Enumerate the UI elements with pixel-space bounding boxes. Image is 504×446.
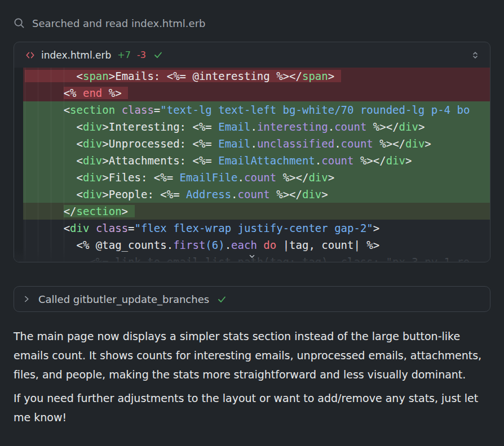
code-line: <div>Interesting: <%= Email.interesting.… [23, 118, 490, 135]
answer-paragraph: The main page now displays a simpler sta… [14, 327, 490, 384]
diff-gutter [14, 68, 23, 262]
tool-call-row[interactable]: Called gitbutler_update_branches [14, 286, 490, 312]
tool-call-label: Called gitbutler_update_branches [38, 293, 209, 305]
code-line: <div class="flex flex-wrap justify-cente… [23, 220, 490, 237]
chat-transcript: Searched and read index.html.erb index.h… [0, 0, 504, 427]
chevron-down-icon[interactable] [247, 253, 257, 261]
code-line: <span>Emails: <%= @interesting %></span> [23, 68, 490, 84]
code-lines: <span>Emails: <%= @interesting %></span>… [14, 68, 490, 262]
success-check-icon [153, 50, 163, 60]
code-line: <div>Attachments: <%= EmailAttachment.co… [23, 152, 490, 169]
diff-card-header[interactable]: index.html.erb +7 -3 [14, 42, 490, 68]
code-line: <% end %> [23, 84, 490, 101]
diff-code-area: <span>Emails: <%= @interesting %></span>… [14, 68, 490, 262]
code-line: <div>Unprocessed: <%= Email.unclassified… [23, 135, 490, 152]
indent-guide [51, 68, 51, 262]
diff-card: index.html.erb +7 -3 <span>Emails: <%= @… [14, 42, 490, 262]
indent-guide [38, 68, 38, 262]
diff-deletions-count: -3 [137, 50, 146, 60]
code-line: <div>Files: <%= EmailFile.count %></div> [23, 169, 490, 186]
search-summary-label: Searched and read index.html.erb [32, 17, 206, 29]
code-file-icon [25, 51, 35, 60]
success-check-icon [217, 295, 227, 304]
diff-filename: index.html.erb [41, 50, 111, 61]
indent-guide [25, 68, 25, 262]
assistant-message: The main page now displays a simpler sta… [14, 327, 490, 427]
code-line: <div>People: <%= Address.count %></div> [23, 186, 490, 203]
search-icon [14, 17, 25, 29]
answer-paragraph: If you need further adjustments to the l… [14, 389, 490, 427]
unfold-vertical-icon[interactable] [471, 50, 480, 60]
indent-guide [64, 68, 64, 262]
chevron-right-icon [23, 295, 30, 303]
search-summary-row[interactable]: Searched and read index.html.erb [14, 16, 490, 30]
diff-additions-count: +7 [117, 50, 131, 60]
code-line: <section class="text-lg text-left bg-whi… [23, 101, 490, 118]
code-line: </section> [23, 203, 490, 220]
